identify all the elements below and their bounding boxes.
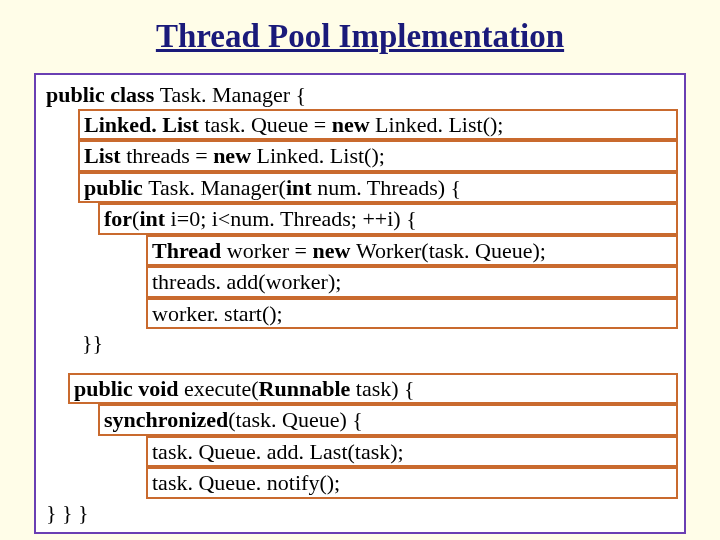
- kw: new: [213, 143, 256, 168]
- code-line: public void execute(Runnable task) {: [42, 373, 678, 405]
- code-cell: Thread worker = new Worker(task. Queue);: [146, 235, 678, 267]
- txt: }}: [82, 330, 103, 355]
- kw: new: [313, 238, 356, 263]
- code-line: Thread worker = new Worker(task. Queue);: [42, 235, 678, 267]
- txt: num. Threads) {: [317, 175, 461, 200]
- code-cell: synchronized(task. Queue) {: [98, 404, 678, 436]
- code-text: public class Task. Manager {: [42, 81, 678, 109]
- txt: Worker(task. Queue);: [356, 238, 546, 263]
- txt: task. Queue. add. Last(task);: [152, 439, 404, 464]
- code-cell: task. Queue. notify();: [146, 467, 678, 499]
- txt: worker =: [227, 238, 313, 263]
- code-line: threads. add(worker);: [42, 266, 678, 298]
- txt: threads =: [126, 143, 213, 168]
- slide-title: Thread Pool Implementation: [34, 18, 686, 55]
- code-container: public class Task. Manager { Linked. Lis…: [34, 73, 686, 534]
- kw: public class: [46, 82, 160, 107]
- code-line: synchronized(task. Queue) {: [42, 404, 678, 436]
- kw: Thread: [152, 238, 227, 263]
- code-text: } } }: [42, 499, 678, 527]
- code-cell: task. Queue. add. Last(task);: [146, 436, 678, 468]
- kw: Linked. List: [84, 112, 204, 137]
- kw: Runnable: [259, 376, 356, 401]
- code-line: task. Queue. notify();: [42, 467, 678, 499]
- code-cell: threads. add(worker);: [146, 266, 678, 298]
- code-cell: public Task. Manager(int num. Threads) {: [78, 172, 678, 204]
- kw: int: [286, 175, 317, 200]
- txt: execute(: [184, 376, 259, 401]
- code-line: task. Queue. add. Last(task);: [42, 436, 678, 468]
- kw: for: [104, 206, 132, 231]
- txt: (task. Queue) {: [228, 407, 363, 432]
- code-cell: Linked. List task. Queue = new Linked. L…: [78, 109, 678, 141]
- txt: Linked. List();: [257, 143, 385, 168]
- code-line: for(int i=0; i<num. Threads; ++i) {: [42, 203, 678, 235]
- code-text: }}: [78, 329, 678, 357]
- code-line: }}: [42, 329, 678, 357]
- txt: worker. start();: [152, 301, 283, 326]
- kw: new: [332, 112, 375, 137]
- txt: task) {: [356, 376, 415, 401]
- code-cell: for(int i=0; i<num. Threads; ++i) {: [98, 203, 678, 235]
- code-cell: List threads = new Linked. List();: [78, 140, 678, 172]
- txt: i=0; i<num. Threads; ++i) {: [171, 206, 417, 231]
- kw: List: [84, 143, 126, 168]
- txt: } } }: [46, 500, 89, 525]
- code-line: } } }: [42, 499, 678, 527]
- code-line: public Task. Manager(int num. Threads) {: [42, 172, 678, 204]
- code-line: public class Task. Manager {: [42, 81, 678, 109]
- txt: threads. add(worker);: [152, 269, 341, 294]
- txt: Task. Manager(: [148, 175, 286, 200]
- txt: Linked. List();: [375, 112, 503, 137]
- txt: task. Queue. notify();: [152, 470, 340, 495]
- code-cell: worker. start();: [146, 298, 678, 330]
- slide: Thread Pool Implementation public class …: [0, 0, 720, 540]
- txt: Task. Manager {: [160, 82, 306, 107]
- code-line: Linked. List task. Queue = new Linked. L…: [42, 109, 678, 141]
- code-cell: public void execute(Runnable task) {: [68, 373, 678, 405]
- kw: public: [84, 175, 148, 200]
- kw: int: [139, 206, 170, 231]
- code-line: worker. start();: [42, 298, 678, 330]
- code-line: List threads = new Linked. List();: [42, 140, 678, 172]
- kw: synchronized: [104, 407, 228, 432]
- txt: task. Queue =: [204, 112, 331, 137]
- kw: public void: [74, 376, 184, 401]
- gap: [42, 357, 678, 373]
